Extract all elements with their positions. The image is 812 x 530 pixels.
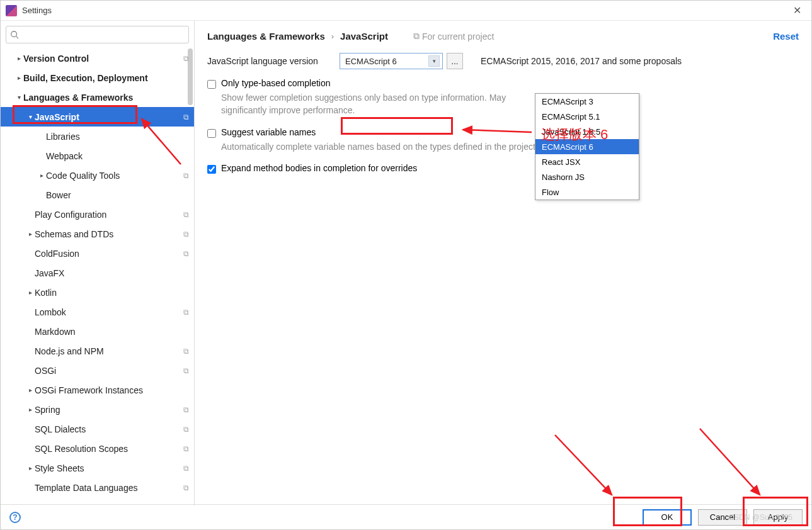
tree-item-label: Style Sheets xyxy=(35,463,183,473)
tree-item[interactable]: Play Configuration⧉ xyxy=(1,205,194,224)
tree-arrow-icon: ▸ xyxy=(26,406,35,413)
settings-main-panel: Languages & Frameworks › JavaScript ⧉ Fo… xyxy=(195,21,811,505)
tree-item[interactable]: SQL Dialects⧉ xyxy=(1,419,194,439)
tree-item-label: JavaFX xyxy=(35,268,189,278)
tree-item[interactable]: Bower⧉ xyxy=(1,185,194,205)
suggest-variable-names-help: Automatically complete variable names ba… xyxy=(221,140,549,153)
close-button[interactable]: ✕ xyxy=(788,4,806,16)
tree-item-label: ColdFusion xyxy=(35,249,183,259)
copy-icon: ⧉ xyxy=(183,54,189,63)
tree-item-label: Schemas and DTDs xyxy=(35,229,183,239)
tree-item-label: SQL Dialects xyxy=(35,424,183,434)
tree-item[interactable]: OSGi⧉ xyxy=(1,361,194,380)
tree-item[interactable]: Libraries⧉ xyxy=(1,127,194,146)
copy-icon: ⧉ xyxy=(183,464,189,473)
tree-item-label: Lombok xyxy=(35,307,183,317)
settings-tree[interactable]: ▸Version Control⧉▸Build, Execution, Depl… xyxy=(1,48,194,505)
language-version-dropdown[interactable]: ECMAScript 3ECMAScript 5.1JavaScript 1.8… xyxy=(535,93,639,200)
watermark: CSDN @Sun-3285 xyxy=(728,513,792,522)
copy-icon: ⧉ xyxy=(183,210,189,219)
tree-item[interactable]: ▸OSGi Framework Instances⧉ xyxy=(1,380,194,400)
tree-item-label: Webpack xyxy=(46,151,189,161)
tree-arrow-icon: ▸ xyxy=(26,465,35,471)
search-input[interactable] xyxy=(21,30,185,40)
breadcrumb-current: JavaScript xyxy=(340,31,388,42)
tree-item-label: SQL Resolution Scopes xyxy=(35,444,183,454)
expand-method-bodies-checkbox[interactable] xyxy=(207,165,216,174)
tree-item-label: Code Quality Tools xyxy=(46,171,183,181)
copy-icon: ⧉ xyxy=(413,31,420,42)
type-based-completion-label: Only type-based completion xyxy=(221,78,331,88)
tree-arrow-icon: ▾ xyxy=(26,113,35,120)
tree-arrow-icon: ▸ xyxy=(26,289,35,296)
ok-button[interactable]: OK xyxy=(643,509,692,526)
dropdown-option[interactable]: Nashorn JS xyxy=(535,169,639,184)
copy-icon: ⧉ xyxy=(183,483,189,492)
tree-item-label: Libraries xyxy=(46,132,189,142)
tree-item-label: JavaScript xyxy=(35,112,183,122)
breadcrumb-parent[interactable]: Languages & Frameworks xyxy=(207,31,325,42)
project-scope-hint: ⧉ For current project xyxy=(413,31,494,42)
suggest-variable-names-label: Suggest variable names xyxy=(221,127,316,137)
suggest-variable-names-checkbox[interactable] xyxy=(207,129,216,138)
dropdown-option[interactable]: ECMAScript 5.1 xyxy=(535,109,639,124)
dropdown-option[interactable]: ECMAScript 3 xyxy=(535,94,639,109)
copy-icon: ⧉ xyxy=(183,171,189,180)
tree-item[interactable]: Webpack⧉ xyxy=(1,146,194,166)
copy-icon: ⧉ xyxy=(183,347,189,356)
tree-item-label: Play Configuration xyxy=(35,210,183,220)
tree-arrow-icon: ▸ xyxy=(14,55,23,62)
breadcrumb: Languages & Frameworks › JavaScript ⧉ Fo… xyxy=(207,31,799,42)
title-bar: Settings ✕ xyxy=(1,1,811,21)
language-version-desc: ECMAScript 2015, 2016, 2017 and some pro… xyxy=(481,56,682,66)
tree-item[interactable]: ▸Spring⧉ xyxy=(1,400,194,419)
tree-item[interactable]: ▸Style Sheets⧉ xyxy=(1,458,194,478)
tree-item[interactable]: ▸Version Control⧉ xyxy=(1,48,194,68)
window-title: Settings xyxy=(22,6,52,15)
copy-icon: ⧉ xyxy=(183,444,189,453)
tree-item-label: Version Control xyxy=(23,54,183,64)
tree-item[interactable]: ColdFusion⧉ xyxy=(1,244,194,263)
tree-item[interactable]: ▸Schemas and DTDs⧉ xyxy=(1,224,194,244)
language-version-select[interactable]: ECMAScript 6 ▾ xyxy=(340,53,443,69)
dropdown-option[interactable]: React JSX xyxy=(535,154,639,169)
chevron-down-icon: ▾ xyxy=(428,55,440,67)
tree-item-label: OSGi Framework Instances xyxy=(35,385,189,395)
dropdown-option[interactable]: Flow xyxy=(535,184,639,200)
tree-item-label: Markdown xyxy=(35,327,189,337)
tree-item[interactable]: ▾JavaScript⧉ xyxy=(1,107,194,127)
type-based-completion-checkbox[interactable] xyxy=(207,80,216,89)
tree-item[interactable]: ▸Kotlin⧉ xyxy=(1,283,194,302)
tree-item[interactable]: Template Data Languages⧉ xyxy=(1,478,194,497)
tree-item-label: Build, Execution, Deployment xyxy=(23,73,189,83)
tree-item-label: OSGi xyxy=(35,366,183,376)
tree-item[interactable]: Markdown⧉ xyxy=(1,322,194,341)
tree-item-label: Kotlin xyxy=(35,288,189,298)
language-version-value: ECMAScript 6 xyxy=(345,57,397,66)
tree-item-label: Node.js and NPM xyxy=(35,346,183,356)
tree-item-label: Template Data Languages xyxy=(35,483,183,493)
tree-item[interactable]: JavaFX⧉ xyxy=(1,263,194,283)
tree-arrow-icon: ▸ xyxy=(14,74,23,81)
copy-icon: ⧉ xyxy=(183,366,189,375)
copy-icon: ⧉ xyxy=(183,230,189,239)
type-based-completion-help: Show fewer completion suggestions only b… xyxy=(221,91,549,117)
tree-item[interactable]: Lombok⧉ xyxy=(1,302,194,322)
tree-item[interactable]: ▸Code Quality Tools⧉ xyxy=(1,166,194,185)
expand-method-bodies-label: Expand method bodies in completion for o… xyxy=(221,163,417,173)
tree-item[interactable]: ▾Languages & Frameworks⧉ xyxy=(1,87,194,107)
tree-item[interactable]: SQL Resolution Scopes⧉ xyxy=(1,439,194,458)
dialog-footer: ? OK Cancel Apply xyxy=(1,504,811,529)
annotation-text: 选择版本 6 xyxy=(541,125,608,144)
tree-item[interactable]: Node.js and NPM⧉ xyxy=(1,341,194,361)
search-input-wrapper[interactable] xyxy=(6,26,189,43)
tree-arrow-icon: ▸ xyxy=(26,230,35,237)
tree-item[interactable]: ▸Build, Execution, Deployment⧉ xyxy=(1,68,194,87)
help-button[interactable]: ? xyxy=(9,512,21,523)
copy-icon: ⧉ xyxy=(183,425,189,434)
svg-line-1 xyxy=(16,37,19,39)
tree-arrow-icon: ▸ xyxy=(37,172,46,179)
tree-arrow-icon: ▾ xyxy=(14,94,23,101)
reset-link[interactable]: Reset xyxy=(773,31,799,42)
more-button[interactable]: ... xyxy=(447,53,463,69)
